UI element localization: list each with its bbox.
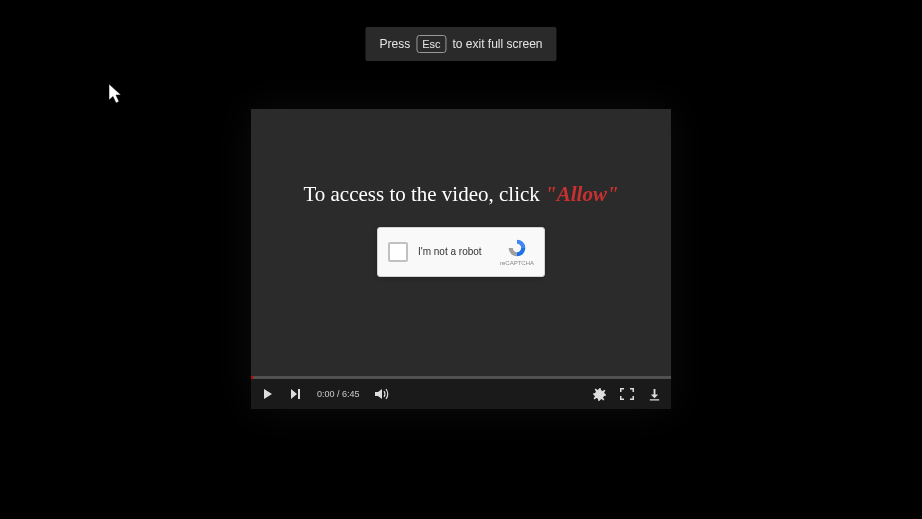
recaptcha-checkbox[interactable] bbox=[388, 242, 408, 262]
allow-text: "Allow" bbox=[545, 182, 619, 206]
play-button[interactable] bbox=[261, 387, 275, 401]
access-prompt: To access to the video, click "Allow" bbox=[303, 182, 618, 207]
esc-suffix-text: to exit full screen bbox=[452, 37, 542, 51]
fullscreen-button[interactable] bbox=[620, 388, 634, 400]
prompt-text: To access to the video, click bbox=[303, 182, 545, 206]
recaptcha-logo: reCAPTCHA bbox=[500, 238, 534, 266]
video-overlay: To access to the video, click "Allow" I'… bbox=[251, 109, 671, 379]
esc-key-badge: Esc bbox=[416, 35, 446, 53]
mouse-cursor-icon bbox=[109, 84, 127, 106]
time-display: 0:00 / 6:45 bbox=[317, 389, 360, 399]
esc-prefix-text: Press bbox=[379, 37, 410, 51]
settings-button[interactable] bbox=[593, 388, 606, 401]
recaptcha-icon bbox=[507, 238, 527, 258]
fullscreen-exit-banner: Press Esc to exit full screen bbox=[365, 27, 556, 61]
video-player: To access to the video, click "Allow" I'… bbox=[251, 109, 671, 409]
video-controls: 0:00 / 6:45 bbox=[251, 379, 671, 409]
volume-button[interactable] bbox=[374, 387, 390, 401]
next-button[interactable] bbox=[289, 387, 303, 401]
recaptcha-widget[interactable]: I'm not a robot reCAPTCHA bbox=[377, 227, 545, 277]
recaptcha-label: I'm not a robot bbox=[418, 246, 490, 257]
download-button[interactable] bbox=[648, 388, 661, 401]
recaptcha-brand-text: reCAPTCHA bbox=[500, 260, 534, 266]
